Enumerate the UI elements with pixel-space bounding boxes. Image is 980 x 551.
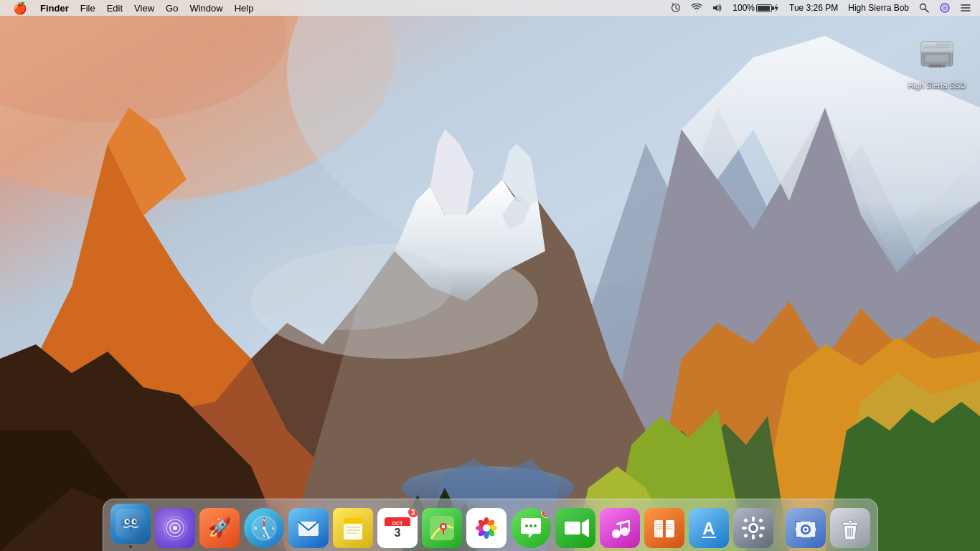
svg-rect-105: [565, 522, 580, 534]
svg-rect-129: [758, 518, 763, 523]
dock-item-calendar[interactable]: 3 OCT 3: [377, 508, 418, 548]
volume-icon[interactable]: [709, 0, 726, 16]
finder-icon[interactable]: [110, 504, 151, 544]
svg-point-63: [135, 520, 136, 522]
menu-help[interactable]: Help: [229, 0, 260, 16]
charging-icon: [773, 4, 779, 12]
datetime-display[interactable]: Tue 3:26 PM: [786, 0, 842, 16]
finder-dot: [129, 545, 132, 548]
dock-item-messages[interactable]: 1: [511, 508, 551, 548]
ssd-icon-label: High Sierra SSD: [908, 80, 966, 90]
svg-line-36: [925, 9, 929, 13]
svg-rect-114: [663, 520, 666, 537]
svg-rect-130: [743, 533, 748, 538]
dock-item-appstore[interactable]: A: [689, 508, 729, 548]
siri-dock-icon[interactable]: [155, 508, 195, 548]
messages-dock-icon[interactable]: 1: [511, 508, 551, 548]
dock-item-launchpad[interactable]: 🚀: [199, 508, 240, 548]
dock-item-sysprefs[interactable]: [733, 508, 773, 548]
svg-point-123: [750, 525, 756, 531]
appstore-dock-icon[interactable]: A: [689, 508, 729, 548]
dock-item-siri[interactable]: [155, 508, 195, 548]
svg-rect-53: [925, 55, 948, 62]
itunes-dock-icon[interactable]: [600, 508, 640, 548]
dock-item-itunes[interactable]: [600, 508, 640, 548]
wifi-icon[interactable]: [687, 0, 706, 16]
launchpad-dock-icon[interactable]: 🚀: [199, 508, 240, 548]
menubar: 🍎 Finder File Edit View Go Window Help: [0, 0, 980, 16]
desktop-icon-high-sierra-ssd[interactable]: High Sierra SSD: [905, 29, 969, 93]
svg-point-135: [804, 528, 807, 531]
dock-separator: [779, 509, 780, 543]
dock-item-maps[interactable]: [422, 508, 462, 548]
svg-point-103: [529, 524, 532, 527]
svg-rect-81: [344, 518, 362, 524]
dock: 🚀 N S W: [103, 499, 878, 551]
photos-dock-icon[interactable]: [466, 508, 507, 548]
svg-rect-125: [752, 534, 755, 540]
svg-point-67: [173, 526, 177, 530]
screenshot-dock-icon[interactable]: [786, 508, 826, 548]
svg-rect-124: [752, 517, 755, 522]
dock-item-photos[interactable]: [466, 508, 507, 548]
svg-point-108: [621, 527, 629, 536]
desktop: 🍎 Finder File Edit View Go Window Help: [0, 0, 980, 551]
dock-item-finder[interactable]: [110, 504, 151, 548]
svg-point-62: [128, 520, 129, 522]
username-display[interactable]: High Sierra Bob: [844, 0, 913, 16]
mail-dock-icon[interactable]: [288, 508, 329, 548]
menu-go[interactable]: Go: [160, 0, 184, 16]
svg-rect-54: [923, 42, 937, 46]
dock-item-trash[interactable]: [830, 508, 870, 548]
svg-marker-34: [713, 5, 717, 11]
calendar-badge: 3: [407, 508, 418, 518]
svg-text:N: N: [263, 518, 265, 522]
sysprefs-dock-icon[interactable]: [733, 508, 773, 548]
dock-item-facetime[interactable]: [555, 508, 595, 548]
menubar-right: 100% Tue 3:26 PM High Sierra Bob: [667, 0, 974, 16]
notification-center-icon[interactable]: [957, 0, 974, 16]
svg-rect-51: [935, 65, 937, 67]
apple-menu[interactable]: 🍎: [6, 0, 34, 16]
svg-rect-137: [848, 520, 852, 523]
ssd-drive-svg: [915, 33, 958, 76]
menu-file[interactable]: File: [75, 0, 101, 16]
maps-dock-icon[interactable]: [422, 508, 462, 548]
svg-marker-106: [582, 519, 589, 537]
battery-percentage: 100%: [732, 3, 755, 13]
svg-point-30: [237, 244, 452, 330]
dock-container: 🚀 N S W: [0, 499, 980, 551]
dock-item-screenshot[interactable]: [786, 508, 826, 548]
svg-text:🚀: 🚀: [208, 516, 232, 539]
dock-item-notes[interactable]: [333, 508, 373, 548]
dock-item-safari[interactable]: N S W E: [244, 508, 284, 548]
svg-rect-128: [743, 518, 748, 523]
siri-icon[interactable]: [936, 0, 954, 16]
menu-view[interactable]: View: [128, 0, 160, 16]
ssd-icon-image: [914, 32, 960, 77]
dock-item-mail[interactable]: [288, 508, 329, 548]
svg-point-102: [525, 524, 528, 527]
spotlight-search-icon[interactable]: [915, 0, 933, 16]
svg-point-39: [944, 7, 946, 9]
svg-point-107: [612, 529, 621, 538]
safari-dock-icon[interactable]: N S W E: [244, 508, 284, 548]
dock-item-ibooks[interactable]: [644, 508, 684, 548]
messages-badge: 1: [541, 508, 551, 518]
desktop-icons-area: High Sierra SSD: [894, 22, 980, 100]
svg-rect-52: [938, 65, 941, 67]
ibooks-dock-icon[interactable]: [644, 508, 684, 548]
menu-finder[interactable]: Finder: [34, 0, 75, 16]
time-machine-icon[interactable]: [667, 0, 684, 16]
svg-rect-50: [931, 65, 933, 67]
svg-point-104: [534, 524, 537, 527]
svg-text:OCT: OCT: [392, 521, 403, 526]
notes-dock-icon[interactable]: [333, 508, 373, 548]
calendar-dock-icon[interactable]: 3 OCT 3: [377, 508, 418, 548]
menu-edit[interactable]: Edit: [101, 0, 128, 16]
battery-indicator[interactable]: 100%: [729, 0, 783, 16]
menu-window[interactable]: Window: [184, 0, 228, 16]
facetime-dock-icon[interactable]: [555, 508, 595, 548]
trash-dock-icon[interactable]: [830, 508, 870, 548]
battery-icon: [756, 4, 772, 12]
